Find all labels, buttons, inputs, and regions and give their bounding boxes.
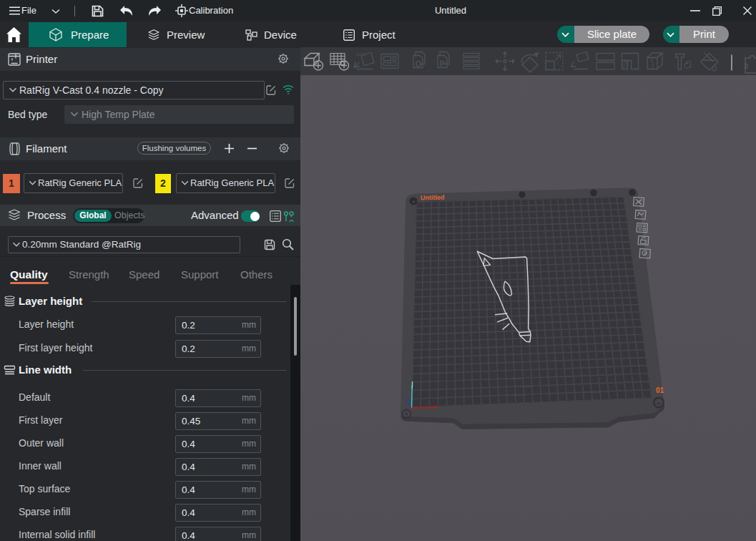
svg-text:01: 01	[656, 386, 664, 394]
svg-text:AUTO: AUTO	[356, 52, 366, 57]
svg-text:Untitled: Untitled	[421, 194, 445, 202]
svg-text:P: P	[440, 60, 445, 68]
svg-text:O: O	[416, 60, 421, 68]
